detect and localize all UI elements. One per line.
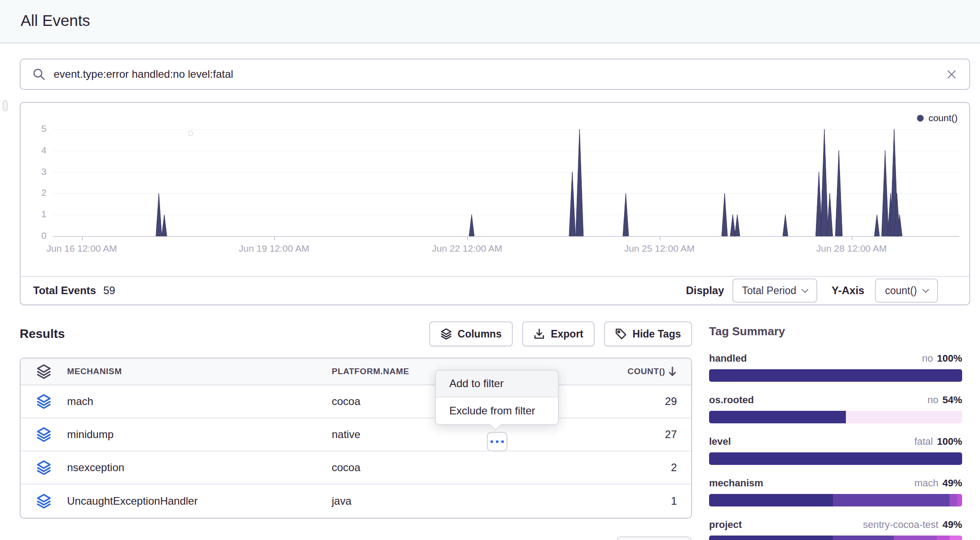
event-stack-icon <box>21 494 67 509</box>
x-axis-tick <box>852 236 853 240</box>
clear-search-icon[interactable] <box>946 68 958 80</box>
edit-columns-icon[interactable] <box>21 364 67 379</box>
total-events-label: Total Events <box>33 284 96 297</box>
search-input[interactable] <box>54 68 946 80</box>
tag-top-value: mach <box>914 477 938 489</box>
column-header-mechanism[interactable]: MECHANISM <box>67 367 332 376</box>
cell-actions-button[interactable] <box>487 432 507 451</box>
count-header-label: COUNT() <box>628 367 665 376</box>
table-row: mach cocoa 29 <box>21 385 691 418</box>
tag-bar-segment <box>846 411 962 423</box>
tag-distribution-bar[interactable] <box>709 536 962 540</box>
table-header-row: MECHANISM PLATFORM.NAME COUNT() <box>21 359 691 385</box>
event-count-series <box>53 103 959 237</box>
event-stack-icon <box>21 394 67 409</box>
tag-distribution-bar[interactable] <box>709 452 962 465</box>
tag-name: os.rooted <box>709 394 754 406</box>
tag-top-value: fatal <box>914 436 933 447</box>
sort-desc-arrow-icon <box>668 367 677 376</box>
chart-footer: Total Events 59 Display Total Period Y-A… <box>21 276 969 304</box>
tag-summary-title: Tag Summary <box>709 325 962 338</box>
tag-distribution-bar[interactable] <box>709 411 962 423</box>
y-axis-tick-label: 2 <box>21 187 46 198</box>
stack-icon <box>36 364 51 379</box>
hide-tags-button[interactable]: Hide Tags <box>604 321 692 346</box>
tag-top-percent: 100% <box>937 353 962 364</box>
search-icon <box>32 68 46 81</box>
events-chart-panel: count() 012345Jun 16 12:00 AMJun 19 12:0… <box>20 102 970 305</box>
tag-entry: project sentry-cocoa-test 49% <box>709 519 962 540</box>
event-stack-icon <box>21 427 67 442</box>
search-bar[interactable] <box>20 59 970 90</box>
event-stack-icon <box>21 460 67 475</box>
columns-button[interactable]: Columns <box>429 321 513 346</box>
chevron-down-icon <box>922 286 929 293</box>
x-axis-tick-label: Jun 25 12:00 AM <box>624 243 695 254</box>
tag-bar-segment <box>833 536 894 540</box>
cell-platform: java <box>332 495 593 507</box>
tag-top-value: sentry-cocoa-test <box>863 519 938 531</box>
columns-button-label: Columns <box>458 328 502 340</box>
total-events-value: 59 <box>103 284 115 297</box>
ellipsis-icon <box>490 440 493 443</box>
display-select[interactable]: Total Period <box>732 278 817 303</box>
y-axis-tick-label: 3 <box>21 166 46 177</box>
y-axis-tick-label: 5 <box>21 123 46 134</box>
results-actions: Columns Export Hide Tags <box>429 321 692 346</box>
chart-legend[interactable]: count() <box>917 113 958 123</box>
discover-all-events-page: All Events count() 012345Jun 16 12:00 AM… <box>0 0 980 540</box>
pagination-buttons[interactable] <box>617 536 692 540</box>
cell-platform: cocoa <box>332 461 593 474</box>
results-header: Results Columns Export Hide Tags <box>20 321 692 347</box>
hide-tags-button-label: Hide Tags <box>633 328 681 340</box>
x-axis-tick <box>659 236 660 240</box>
tag-name: level <box>709 436 731 447</box>
tag-bar-segment <box>957 494 962 506</box>
tag-bar-segment <box>709 411 846 423</box>
chart-controls: Display Total Period Y-Axis count() <box>686 278 938 303</box>
column-header-count[interactable]: COUNT() <box>593 367 691 376</box>
tag-entry: handled no 100% <box>709 353 962 382</box>
yaxis-select[interactable]: count() <box>875 278 938 303</box>
y-axis-tick-label: 0 <box>21 230 46 241</box>
chevron-down-icon <box>802 286 809 293</box>
table-row: nsexception cocoa 2 <box>21 451 691 485</box>
tag-bar-segment <box>950 494 957 506</box>
tag-bar-segment <box>950 536 962 540</box>
x-axis-tick <box>467 236 468 240</box>
cell-count: 2 <box>593 461 691 474</box>
tag-name: mechanism <box>709 477 763 489</box>
cell-count: 27 <box>593 428 691 441</box>
tag-bar-segment <box>894 536 937 540</box>
yaxis-label: Y-Axis <box>832 284 864 297</box>
export-button[interactable]: Export <box>522 321 595 346</box>
tag-distribution-bar[interactable] <box>709 494 962 506</box>
menu-item-add-to-filter[interactable]: Add to filter <box>436 371 558 397</box>
tag-distribution-bar[interactable] <box>709 369 962 382</box>
tag-bar-segment <box>709 494 833 506</box>
cell-platform: native <box>332 428 593 441</box>
tag-top-percent: 49% <box>942 519 962 531</box>
cell-mechanism: minidump <box>67 428 332 441</box>
tag-bar-segment <box>833 494 949 506</box>
tag-name: handled <box>709 353 747 364</box>
tag-summary: Tag Summary handled no 100% os.rooted no… <box>709 325 962 540</box>
stack-icon <box>440 328 452 340</box>
results-table: MECHANISM PLATFORM.NAME COUNT() mach coc… <box>20 358 692 519</box>
cell-count: 1 <box>593 495 691 507</box>
display-select-value: Total Period <box>742 285 796 297</box>
x-axis-tick <box>274 236 275 240</box>
page-header: All Events <box>0 0 980 43</box>
tag-entry: mechanism mach 49% <box>709 477 962 506</box>
cell-mechanism: nsexception <box>67 461 332 474</box>
tag-bar-segment <box>937 536 949 540</box>
left-edge-handle <box>3 100 8 111</box>
x-axis-tick-label: Jun 19 12:00 AM <box>239 243 309 254</box>
tag-entry: level fatal 100% <box>709 436 962 465</box>
x-axis-tick-label: Jun 16 12:00 AM <box>46 243 117 254</box>
cell-actions-menu: Add to filter Exclude from filter <box>435 370 559 425</box>
tag-bar-segment <box>709 369 962 382</box>
cell-mechanism: mach <box>67 395 332 408</box>
page-title: All Events <box>21 12 90 30</box>
tag-bar-segment <box>709 536 833 540</box>
